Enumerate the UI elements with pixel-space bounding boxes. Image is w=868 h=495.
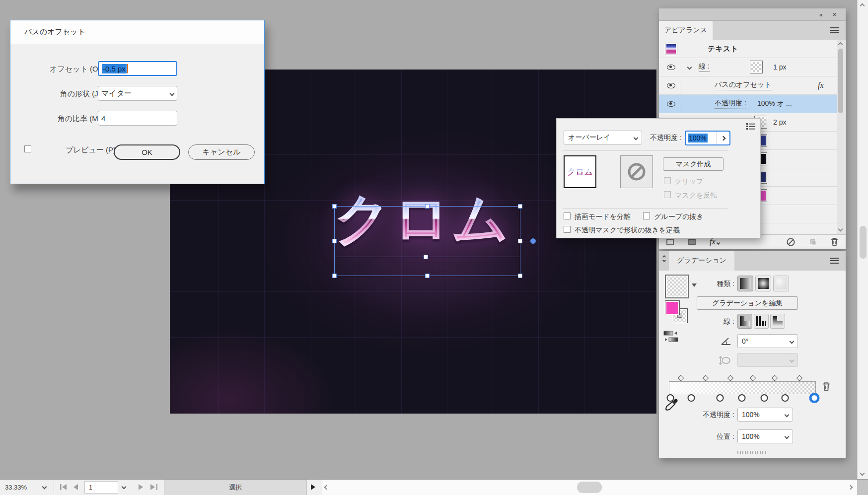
- status-display[interactable]: 選択: [164, 480, 307, 495]
- miter-input[interactable]: 4: [98, 111, 177, 126]
- scroll-down-icon[interactable]: [860, 471, 865, 476]
- scrollbar-thumb[interactable]: [838, 49, 843, 113]
- panel-menu-icon[interactable]: [830, 27, 839, 33]
- row-label[interactable]: 不透明度 :: [715, 99, 746, 109]
- gradient-stop[interactable]: [738, 394, 746, 402]
- stroke-swatch[interactable]: [750, 61, 762, 73]
- gradient-midpoint[interactable]: [727, 375, 734, 381]
- gradient-presets-arrow-icon[interactable]: [692, 283, 697, 287]
- gradient-stop[interactable]: [716, 394, 723, 402]
- appearance-row-offset-path[interactable]: パスのオフセット fx: [659, 76, 838, 95]
- gradient-midpoint[interactable]: [703, 375, 709, 381]
- gradient-midpoint[interactable]: [772, 375, 778, 381]
- stroke-along-button[interactable]: [754, 314, 769, 329]
- row-label[interactable]: パスのオフセット: [715, 80, 772, 90]
- dialog-titlebar[interactable]: パスのオフセット: [10, 20, 264, 44]
- object-thumbnail[interactable]: クロム: [564, 155, 596, 188]
- baseline-handle[interactable]: [424, 255, 428, 259]
- delete-stop-trash-icon[interactable]: [822, 382, 831, 392]
- stroke-across-button[interactable]: [770, 314, 785, 329]
- visibility-eye-icon[interactable]: [667, 101, 675, 107]
- eyedropper-icon[interactable]: [664, 397, 679, 414]
- visibility-eye-icon[interactable]: [667, 83, 675, 88]
- add-effect-fx-icon[interactable]: fx: [710, 237, 720, 246]
- last-artboard-icon[interactable]: [150, 484, 158, 491]
- knockout-group-checkbox[interactable]: [643, 212, 650, 219]
- gradient-stop[interactable]: [782, 394, 789, 402]
- row-value[interactable]: 2 px: [773, 118, 786, 126]
- scroll-up-icon[interactable]: [860, 3, 865, 8]
- add-new-stroke-icon[interactable]: [666, 238, 675, 246]
- selection-handle-se[interactable]: [518, 274, 522, 278]
- freeform-gradient-type-button[interactable]: [773, 276, 789, 291]
- artboard-number-field[interactable]: 1: [84, 481, 118, 494]
- row-label[interactable]: 線 :: [699, 62, 710, 72]
- panel-collapse-icon[interactable]: [663, 256, 665, 262]
- cancel-button[interactable]: キャンセル: [188, 144, 255, 160]
- appearance-row-stroke[interactable]: 線 : 1 px: [659, 58, 838, 76]
- panel-window-bar[interactable]: « ×: [659, 8, 846, 21]
- reverse-gradient-icon[interactable]: [663, 330, 680, 343]
- tab-gradient[interactable]: グラデーション: [669, 251, 734, 271]
- previous-artboard-icon[interactable]: [72, 484, 78, 491]
- isolate-blending-checkbox[interactable]: [564, 212, 571, 219]
- preview-checkbox[interactable]: [24, 145, 31, 152]
- scroll-up-icon[interactable]: [838, 42, 843, 47]
- stop-position-dropdown[interactable]: 100%: [737, 429, 793, 443]
- radial-gradient-type-button[interactable]: [755, 276, 771, 291]
- stop-opacity-dropdown[interactable]: 100%: [737, 408, 793, 422]
- first-artboard-icon[interactable]: [60, 484, 68, 491]
- zoom-dropdown-icon[interactable]: [42, 485, 47, 490]
- zoom-level[interactable]: 33.33%: [5, 484, 27, 491]
- opacity-slider-expand-icon[interactable]: [717, 132, 729, 144]
- scroll-left-icon[interactable]: [324, 485, 329, 490]
- collapse-panel-icon[interactable]: «: [819, 11, 822, 18]
- appearance-row-opacity-selected[interactable]: 不透明度 : 100% オ ...: [659, 95, 838, 113]
- blend-mode-dropdown[interactable]: オーバーレイ: [564, 131, 642, 144]
- selection-handle-n[interactable]: [425, 204, 430, 209]
- gradient-stop[interactable]: [760, 394, 768, 402]
- appearance-scrollbar[interactable]: [837, 40, 845, 235]
- hscroll-thumb[interactable]: [577, 482, 602, 493]
- panel-menu-icon[interactable]: [830, 258, 839, 264]
- vertical-scrollbar[interactable]: [857, 0, 868, 479]
- gradient-slider-bar[interactable]: [669, 381, 816, 394]
- anchor-point[interactable]: [530, 238, 536, 244]
- expand-chevron-icon[interactable]: [687, 65, 692, 70]
- joins-dropdown[interactable]: マイター: [98, 86, 177, 101]
- row-value[interactable]: 1 px: [773, 63, 786, 71]
- close-panel-icon[interactable]: ×: [832, 10, 837, 18]
- selection-handle-w[interactable]: [332, 239, 337, 243]
- artboard-dropdown-icon[interactable]: [122, 485, 127, 490]
- angle-dropdown[interactable]: 0°: [737, 334, 798, 348]
- visibility-eye-icon[interactable]: [667, 65, 675, 70]
- selection-handle-ne[interactable]: [518, 204, 522, 209]
- linear-gradient-type-button[interactable]: [737, 276, 753, 291]
- gradient-stop[interactable]: [688, 394, 695, 402]
- opacity-mask-define-checkbox[interactable]: [564, 226, 571, 233]
- edit-gradient-button[interactable]: グラデーションを編集: [697, 296, 798, 310]
- selection-handle-s[interactable]: [425, 274, 430, 278]
- clear-appearance-icon[interactable]: [786, 237, 796, 247]
- selection-handle-nw[interactable]: [332, 204, 337, 209]
- fill-swatch[interactable]: [665, 300, 680, 315]
- gradient-stop[interactable]: [811, 394, 818, 402]
- duplicate-item-icon[interactable]: [808, 237, 817, 246]
- make-mask-button[interactable]: マスク作成: [663, 157, 723, 171]
- popup-opacity-field[interactable]: 100%: [685, 131, 730, 145]
- mask-thumbnail-disabled[interactable]: [620, 155, 653, 188]
- scroll-down-icon[interactable]: [838, 227, 843, 232]
- add-new-fill-icon[interactable]: [688, 238, 697, 246]
- next-artboard-icon[interactable]: [138, 484, 144, 491]
- ok-button[interactable]: OK: [114, 144, 180, 160]
- gradient-midpoint[interactable]: [749, 375, 756, 381]
- gradient-midpoint[interactable]: [796, 375, 803, 381]
- horizontal-scrollbar[interactable]: [322, 480, 857, 495]
- status-flyout-icon[interactable]: [310, 484, 316, 491]
- gradient-midpoint[interactable]: [677, 375, 684, 381]
- vscroll-thumb[interactable]: [860, 226, 867, 259]
- delete-trash-icon[interactable]: [830, 237, 839, 247]
- scroll-right-icon[interactable]: [848, 485, 853, 490]
- appearance-row-text[interactable]: テキスト: [659, 40, 838, 58]
- gradient-preview-swatch[interactable]: [665, 275, 689, 298]
